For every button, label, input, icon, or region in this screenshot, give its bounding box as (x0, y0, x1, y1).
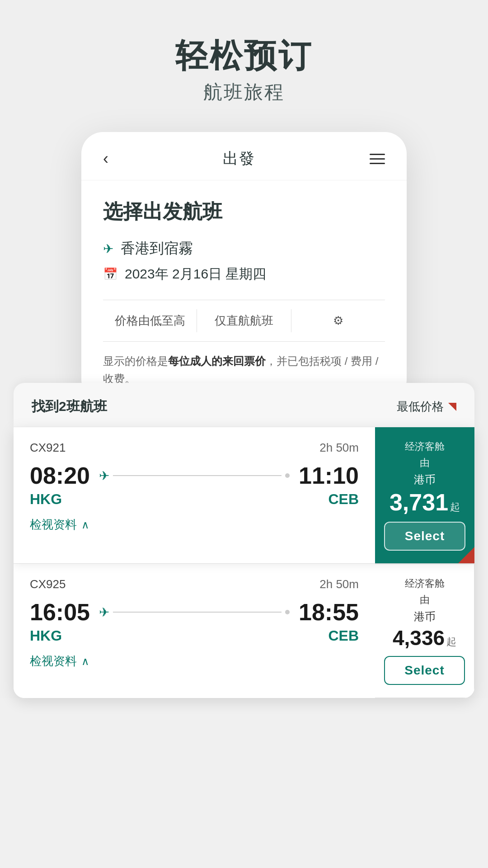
app-header-title: 出發 (223, 148, 255, 169)
flight-plane-icon-1: ✈ (99, 468, 109, 483)
flight-times-1: 08:20 ✈ 11:10 (30, 464, 359, 487)
price-panel-2: 经济客舱 由 港币 4,336 起 Select (375, 564, 474, 698)
chevron-up-icon-2: ∧ (81, 655, 89, 668)
route-line-1: ✈ (99, 468, 290, 483)
hero-section: 轻松预订 航班旅程 ‹ 出發 选择出发航班 ✈ 香港到宿霧 📅 2023年 2月… (0, 0, 488, 401)
table-row: CX921 2h 50m 08:20 ✈ 11:10 HKG CEB (14, 427, 474, 563)
lowest-price-text: 最低价格 (397, 399, 444, 415)
price-suffix-2: 起 (446, 635, 456, 649)
route-text: 香港到宿霧 (121, 239, 193, 259)
price-suffix-1: 起 (450, 500, 460, 514)
flight-plane-icon-2: ✈ (99, 605, 109, 620)
flight-duration-1: 2h 50m (319, 441, 359, 455)
lowest-price-flag-icon (448, 403, 456, 411)
chevron-up-icon-1: ∧ (81, 519, 89, 531)
menu-button[interactable] (370, 154, 385, 164)
origin-code-2: HKG (30, 627, 66, 644)
back-button[interactable]: ‹ (103, 149, 108, 168)
route-line-bar-1 (113, 475, 282, 476)
menu-line-1 (370, 154, 385, 155)
date-text: 2023年 2月16日 星期四 (125, 265, 266, 283)
filter-options-icon: ⚙ (333, 314, 343, 328)
route-line-2: ✈ (99, 605, 290, 620)
flight-number-2: CX925 (30, 577, 66, 591)
filter-price-label: 价格由低至高 (115, 314, 185, 327)
view-details-text-2: 检视资料 (30, 653, 77, 669)
flight-content: 选择出发航班 ✈ 香港到宿霧 📅 2023年 2月16日 星期四 价格由低至高 … (81, 180, 407, 401)
filter-tab-options[interactable]: ⚙ (291, 310, 385, 331)
found-flights-label: 找到2班航班 (32, 397, 107, 416)
select-button-1[interactable]: Select (384, 522, 465, 551)
filter-tab-price[interactable]: 价格由低至高 (103, 309, 197, 332)
flight-meta-1: CX921 2h 50m (30, 441, 359, 455)
app-header: ‹ 出發 (81, 132, 407, 180)
arrive-time-1: 11:10 (299, 464, 359, 487)
price-panel-1: 经济客舱 由 港币 3,731 起 Select (375, 427, 474, 563)
price-currency-2: 港币 (414, 609, 436, 624)
filter-direct-label: 仅直航航班 (215, 314, 273, 327)
depart-time-2: 16:05 (30, 600, 90, 624)
price-amount-2: 4,336 (393, 627, 445, 650)
select-flight-title: 选择出发航班 (103, 198, 385, 225)
depart-time-1: 08:20 (30, 464, 90, 487)
flight-duration-2: 2h 50m (319, 577, 359, 591)
flight-airports-1: HKG CEB (30, 491, 359, 508)
all-cards-wrapper: CX921 2h 50m 08:20 ✈ 11:10 HKG CEB (14, 427, 474, 698)
flight-info-1: CX921 2h 50m 08:20 ✈ 11:10 HKG CEB (14, 427, 375, 563)
route-line-bar-2 (113, 612, 282, 613)
view-details-1[interactable]: 检视资料 ∧ (30, 517, 359, 533)
filter-tabs: 价格由低至高 仅直航航班 ⚙ (103, 300, 385, 342)
hero-title: 轻松预订 (175, 36, 313, 75)
price-by-1: 由 (420, 456, 430, 470)
price-notice-bold: 每位成人的来回票价 (168, 355, 266, 367)
menu-line-2 (370, 158, 385, 160)
price-amount-1: 3,731 (389, 490, 448, 515)
flight-results-section: 找到2班航班 最低价格 CX921 2h 50m 08:20 ✈ (0, 383, 488, 698)
red-corner-icon (458, 547, 474, 563)
origin-code-1: HKG (30, 491, 66, 508)
dest-code-2: CEB (221, 627, 359, 644)
calendar-icon: 📅 (103, 267, 117, 281)
lowest-price-label: 最低价格 (397, 399, 456, 415)
filter-tab-direct[interactable]: 仅直航航班 (197, 309, 291, 332)
flight-airports-2: HKG CEB (30, 627, 359, 644)
plane-route-icon: ✈ (103, 241, 113, 256)
route-dot-2 (285, 610, 290, 614)
cabin-class-2: 经济客舱 (405, 577, 445, 590)
route-dot-1 (285, 473, 290, 478)
flight-info-2: CX925 2h 50m 16:05 ✈ 18:55 HKG CEB (14, 564, 375, 698)
phone-mockup: ‹ 出發 选择出发航班 ✈ 香港到宿霧 📅 2023年 2月16日 星期四 价格… (81, 132, 407, 401)
price-by-2: 由 (420, 593, 430, 607)
price-currency-1: 港币 (414, 472, 436, 487)
flight-times-2: 16:05 ✈ 18:55 (30, 600, 359, 624)
table-row: CX925 2h 50m 16:05 ✈ 18:55 HKG CEB (14, 563, 474, 698)
view-details-2[interactable]: 检视资料 ∧ (30, 653, 359, 669)
date-info: 📅 2023年 2月16日 星期四 (103, 265, 385, 283)
view-details-text-1: 检视资料 (30, 517, 77, 533)
hero-subtitle: 航班旅程 (203, 80, 285, 105)
flight-meta-2: CX925 2h 50m (30, 577, 359, 591)
route-info: ✈ 香港到宿霧 (103, 239, 385, 259)
cabin-class-1: 经济客舱 (405, 440, 445, 453)
results-header: 找到2班航班 最低价格 (14, 383, 474, 427)
menu-line-3 (370, 163, 385, 164)
select-button-2[interactable]: Select (384, 656, 465, 685)
arrive-time-2: 18:55 (299, 600, 359, 624)
flight-number-1: CX921 (30, 441, 66, 455)
dest-code-1: CEB (221, 491, 359, 508)
